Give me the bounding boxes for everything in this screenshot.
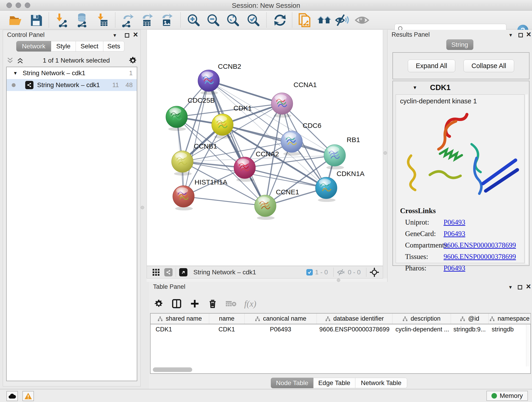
export-network-icon[interactable] [120, 13, 135, 27]
panel-close-icon[interactable]: × [133, 32, 138, 38]
crosslink-pharos-link[interactable]: P06493 [443, 264, 465, 272]
tab-node-table[interactable]: Node Table [271, 378, 313, 388]
main-toolbar: ? [0, 11, 532, 29]
open-session-icon[interactable] [8, 13, 23, 27]
panel-float-icon[interactable] [518, 285, 522, 290]
warning-button[interactable] [22, 391, 34, 401]
cell-description[interactable]: cyclin-dependent ... [392, 324, 451, 335]
show-columns-icon[interactable] [171, 298, 182, 309]
crosslink-compartments-link[interactable]: 9606.ENSP00000378699 [443, 241, 516, 249]
table-horizontal-scrollbar[interactable] [152, 367, 530, 372]
cell-id[interactable]: stringdb:9... [451, 324, 488, 335]
hidden-node-edge-counts: 0 - 0 [348, 269, 361, 276]
export-table-icon[interactable] [140, 13, 154, 27]
network-graph[interactable]: CCNB2CCNA1CDC25BCDK1CDC6RB1CCNB1CCNA2CDK… [147, 30, 383, 265]
scrollbar-thumb[interactable] [153, 367, 192, 372]
collapse-all-icon[interactable] [6, 57, 14, 64]
column-header[interactable]: shared name [151, 313, 209, 324]
save-session-icon[interactable] [29, 13, 44, 27]
import-network-icon[interactable] [55, 13, 70, 27]
memory-status-icon [491, 393, 497, 399]
toolbar-separator [292, 12, 292, 27]
delete-column-icon[interactable] [208, 299, 218, 309]
panel-close-icon[interactable]: × [526, 283, 531, 290]
crosslink-tissues-link[interactable]: 9606.ENSP00000378699 [443, 253, 516, 261]
expand-all-button[interactable]: Expand All [408, 60, 455, 72]
table-vertical-scrollbar[interactable] [526, 325, 530, 366]
memory-button[interactable]: Memory [486, 391, 528, 401]
export-image-icon[interactable] [159, 13, 174, 27]
fit-selected-crosshair-icon[interactable] [370, 268, 379, 277]
disclosure-triangle-icon[interactable]: ▼ [13, 70, 18, 76]
splitter-handle[interactable] [141, 206, 144, 209]
column-header[interactable]: @id [451, 313, 488, 324]
network-row-selected[interactable]: String Network – cdk1 11 48 [7, 79, 137, 91]
tab-style[interactable]: Style [51, 41, 76, 51]
title-bar: Session: New Session [0, 0, 532, 11]
window-title: Session: New Session [0, 2, 532, 9]
cell-name[interactable]: CDK1 [209, 324, 244, 335]
tab-select[interactable]: Select [76, 41, 103, 51]
selected-checkbox-icon[interactable] [306, 269, 313, 275]
column-header[interactable]: canonical name [244, 313, 317, 324]
gear-icon[interactable] [128, 56, 137, 65]
zoom-selected-icon[interactable] [246, 13, 261, 27]
delete-table-icon-disabled [225, 299, 236, 308]
column-header[interactable]: description [392, 313, 451, 324]
zoom-in-icon[interactable] [186, 13, 201, 27]
panel-menu-icon[interactable]: ▼ [508, 285, 513, 290]
panel-float-icon[interactable] [125, 33, 129, 38]
zoom-out-icon[interactable] [206, 13, 221, 27]
zoom-fit-icon[interactable] [226, 13, 240, 27]
cell-shared-name[interactable]: CDK1 [151, 324, 209, 335]
import-network-from-database-icon[interactable] [75, 13, 89, 27]
toolbar-separator [49, 12, 49, 27]
tab-string[interactable]: String [446, 39, 473, 50]
panel-float-icon[interactable] [519, 33, 523, 38]
crosslink-uniprot-link[interactable]: P06493 [443, 218, 465, 226]
share-document-icon[interactable] [298, 13, 312, 27]
open-in-new-window-icon[interactable] [179, 268, 187, 276]
collapse-all-button[interactable]: Collapse All [463, 60, 514, 72]
protein-structure-image [396, 108, 524, 204]
column-header[interactable]: database identifier [317, 313, 392, 324]
panel-menu-icon[interactable]: ▼ [113, 33, 117, 38]
gear-icon[interactable] [154, 299, 164, 308]
tab-network-table[interactable]: Network Table [355, 378, 407, 388]
table-row[interactable]: CDK1 CDK1 P06493 9606.ENSP00000378699 cy… [151, 324, 530, 335]
add-column-icon[interactable] [190, 299, 200, 309]
collection-label: String Network – cdk1 [23, 70, 85, 77]
string-home-icon[interactable] [317, 13, 332, 27]
refresh-icon[interactable] [273, 13, 287, 27]
hide-glass-eye-icon[interactable] [335, 13, 350, 27]
panel-close-icon[interactable]: × [526, 31, 531, 38]
birds-eye-grid-icon[interactable] [152, 268, 160, 276]
network-selection-bar: 1 of 1 Network selected [6, 55, 137, 66]
panel-menu-icon[interactable]: ▼ [508, 32, 513, 38]
crosslink-genecard-link[interactable]: P06493 [443, 230, 465, 238]
eye-icon[interactable] [355, 13, 369, 27]
network-share-icon[interactable] [164, 268, 172, 276]
expand-all-icon[interactable] [16, 57, 24, 64]
splitter-handle[interactable] [337, 279, 340, 282]
table-header-row: shared name name canonical name database… [151, 313, 530, 324]
node-label-CDC6: CDC6 [303, 122, 322, 129]
cell-namespace[interactable]: stringdb [488, 324, 530, 335]
tab-edge-table[interactable]: Edge Table [313, 378, 355, 388]
cloud-button[interactable] [6, 391, 18, 401]
network-canvas[interactable]: CCNB2CCNA1CDC25BCDK1CDC6RB1CCNB1CCNA2CDK… [147, 30, 383, 266]
import-table-icon[interactable] [95, 13, 110, 27]
tab-network[interactable]: Network [16, 41, 51, 51]
network-collection-row[interactable]: ▼ String Network – cdk1 1 [7, 67, 137, 79]
cell-canonical-name[interactable]: P06493 [244, 324, 317, 335]
cell-database-identifier[interactable]: 9606.ENSP00000378699 [317, 324, 392, 335]
results-panel-title: Results Panel [392, 31, 430, 38]
tab-sets[interactable]: Sets [103, 41, 124, 51]
splitter-handle[interactable] [384, 151, 387, 155]
results-scrollbar[interactable] [525, 95, 528, 264]
disclosure-triangle-icon[interactable]: ▼ [413, 85, 417, 90]
node-entry-header[interactable]: ▼ CDK1 [393, 81, 529, 94]
column-header[interactable]: name [209, 313, 244, 324]
column-header[interactable]: namespace [488, 313, 530, 324]
toolbar-separator [366, 268, 366, 277]
